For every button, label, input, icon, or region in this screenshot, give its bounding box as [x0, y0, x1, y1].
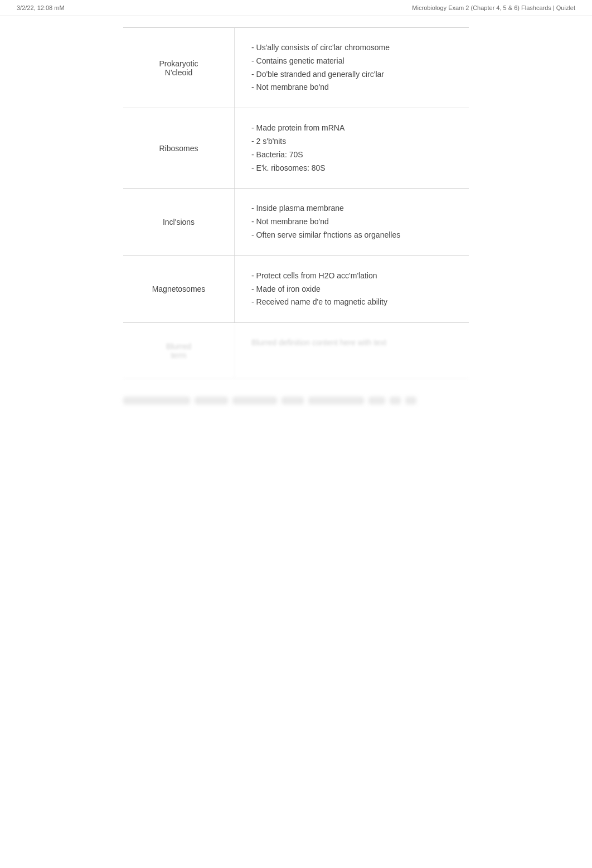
bottom-bar [123, 390, 469, 411]
header-date: 3/2/22, 12:08 mM [17, 4, 65, 11]
bottom-bar-item [282, 397, 304, 404]
bottom-bar-item [368, 397, 385, 404]
card-definition-blurred: Blurred definition content here with tex… [235, 323, 469, 378]
page-header: 3/2/22, 12:08 mM Microbiology Exam 2 (Ch… [0, 0, 592, 16]
card-term-prokaryotic: ProkaryoticN'cleoid [123, 28, 235, 108]
card-definition-ribosomes: - Made protein from mRNA - 2 s'b'nits - … [235, 108, 469, 188]
bottom-bar-item [195, 397, 228, 404]
flashcard-table: ProkaryoticN'cleoid - Us'ally consists o… [123, 27, 469, 379]
card-term-inclusions: Incl'sions [123, 189, 235, 255]
bottom-bar-item [232, 397, 277, 404]
card-term-magnetosomes: Magnetosomes [123, 256, 235, 322]
header-title: Microbiology Exam 2 (Chapter 4, 5 & 6) F… [412, 4, 575, 11]
flashcard-row-blurred: Blurredterm Blurred definition content h… [123, 323, 469, 379]
main-content: ProkaryoticN'cleoid - Us'ally consists o… [101, 16, 491, 422]
card-definition-inclusions: - Inside plasma membrane - Not membrane … [235, 189, 469, 255]
flashcard-row[interactable]: ProkaryoticN'cleoid - Us'ally consists o… [123, 27, 469, 108]
flashcard-row[interactable]: Magnetosomes - Protect cells from H2O ac… [123, 256, 469, 323]
card-term-ribosomes: Ribosomes [123, 108, 235, 188]
bottom-bar-item [390, 397, 401, 404]
bottom-bar-item [308, 397, 364, 404]
bottom-bar-item [405, 397, 416, 404]
card-term-blurred: Blurredterm [123, 323, 235, 378]
card-definition-magnetosomes: - Protect cells from H2O acc'm'lation - … [235, 256, 469, 322]
flashcard-row[interactable]: Ribosomes - Made protein from mRNA - 2 s… [123, 108, 469, 189]
bottom-bar-item [123, 397, 190, 404]
card-definition-prokaryotic: - Us'ally consists of circ'lar chromosom… [235, 28, 469, 108]
flashcard-row[interactable]: Incl'sions - Inside plasma membrane - No… [123, 189, 469, 255]
